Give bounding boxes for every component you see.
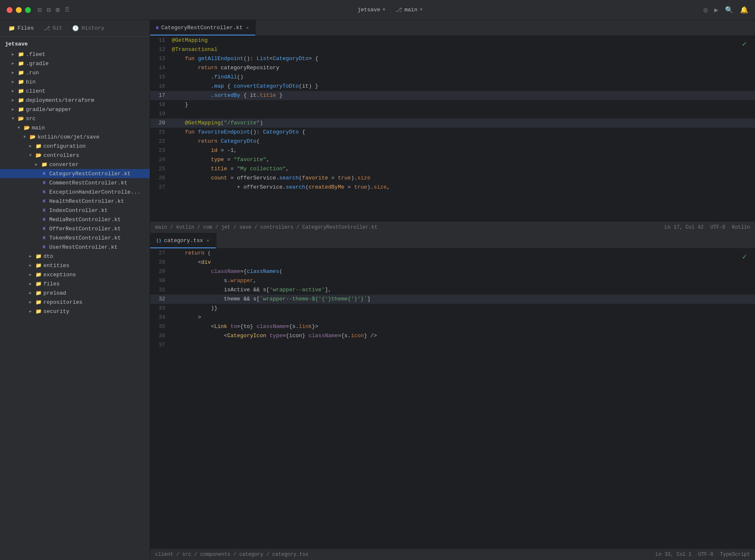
- tree-item-preload[interactable]: ▶ 📁 preload: [0, 288, 150, 298]
- line-number: 18: [150, 100, 170, 109]
- grid-icon[interactable]: ⠿: [65, 6, 70, 14]
- tree-item-label: preload: [43, 290, 66, 296]
- code-view-tsx[interactable]: ✓ 27 return ( 28 <div 29 className={clas: [150, 249, 755, 548]
- maximize-button[interactable]: [25, 7, 31, 13]
- editor-pane-top: K CategoryRestController.kt ✕ ✓ 11 @GetM…: [150, 20, 755, 233]
- code-line: 18 }: [150, 100, 755, 109]
- line-number: 21: [150, 128, 170, 137]
- tree-item-category-rest-controller[interactable]: ▶ K CategoryRestController.kt: [0, 169, 150, 178]
- layout-bottom-icon[interactable]: ⊟: [47, 6, 51, 14]
- tree-item-label: ExceptionHandlerControlle...: [49, 189, 140, 195]
- tree-item-label: .fleet: [26, 51, 45, 58]
- folder-icon: 📂: [35, 152, 42, 159]
- history-tab-label: History: [81, 25, 104, 31]
- code-line: 35 <Link to={to} className={s.link}>: [150, 322, 755, 331]
- kotlin-file-icon: K: [41, 179, 48, 186]
- code-view-kotlin[interactable]: ✓ 11 @GetMapping 12 @Transactional 13 fu…: [150, 36, 755, 221]
- code-line: 34 >: [150, 313, 755, 322]
- tree-item-fleet[interactable]: ▶ 📁 .fleet: [0, 50, 150, 59]
- code-line-highlighted: 20 @GetMapping("/favorite"): [150, 119, 755, 128]
- tree-item-client[interactable]: ▶ 📁 client: [0, 86, 150, 96]
- folder-icon: 📁: [35, 280, 42, 287]
- line-content: <div: [170, 258, 755, 267]
- line-number: 36: [150, 331, 170, 341]
- tree-item-converter[interactable]: ▶ 📁 converter: [0, 160, 150, 169]
- kotlin-file-icon: K: [41, 225, 48, 232]
- tree-item-dto[interactable]: ▶ 📁 dto: [0, 252, 150, 261]
- tree-item-src[interactable]: ▼ 📂 src: [0, 114, 150, 123]
- tree-item-security[interactable]: ▶ 📁 security: [0, 307, 150, 316]
- tree-item-deployments[interactable]: ▶ 📁 deployments/terraform: [0, 96, 150, 105]
- sidebar-tab-git[interactable]: ⎇ Git: [39, 23, 67, 33]
- layout-split-icon[interactable]: ⊞: [55, 6, 60, 14]
- tree-item-run[interactable]: ▶ 📁 .run: [0, 68, 150, 77]
- chevron-right-icon: ▶: [10, 70, 16, 76]
- broadcast-icon[interactable]: ◎: [704, 6, 708, 14]
- folder-icon: 📁: [18, 88, 24, 94]
- code-line: 23 id = -1,: [150, 146, 755, 155]
- tree-item-user-rest-controller[interactable]: ▶ K UserRestController.kt: [0, 242, 150, 252]
- tab-close-button[interactable]: ✕: [245, 24, 250, 31]
- editor-tabs-top: K CategoryRestController.kt ✕: [150, 20, 755, 36]
- line-number: 17: [150, 91, 170, 100]
- tree-item-entities[interactable]: ▶ 📁 entities: [0, 261, 150, 270]
- tree-item-files[interactable]: ▶ 📁 files: [0, 279, 150, 288]
- minimize-button[interactable]: [16, 7, 22, 13]
- tree-item-gradle-wrapper[interactable]: ▶ 📁 gradle/wrapper: [0, 105, 150, 114]
- code-line: 11 @GetMapping: [150, 36, 755, 45]
- line-content: fun favoriteEndpoint(): CategoryDto {: [170, 128, 755, 137]
- editor-tabs-bottom: ⟨⟩ category.tsx ✕: [150, 233, 755, 249]
- chevron-right-icon: ▶: [28, 143, 33, 149]
- tree-item-comment-rest-controller[interactable]: ▶ K CommentRestController.kt: [0, 178, 150, 187]
- sidebar-tab-files[interactable]: 📁 Files: [3, 23, 39, 33]
- tab-label: CategoryRestController.kt: [161, 25, 243, 31]
- code-line: 14 return categoryRepository: [150, 63, 755, 73]
- line-number: 15: [150, 73, 170, 82]
- tree-item-bin[interactable]: ▶ 📁 bin: [0, 77, 150, 86]
- kotlin-file-icon: K: [41, 235, 48, 241]
- tree-item-label: converter: [49, 161, 78, 168]
- tree-item-configuration[interactable]: ▶ 📁 configuration: [0, 141, 150, 151]
- tree-item-label: deployments/terraform: [26, 97, 94, 103]
- tree-item-repositories[interactable]: ▶ 📁 repositories: [0, 298, 150, 307]
- editor-pane-bottom: ⟨⟩ category.tsx ✕ ✓ 27 return ( 28 <div: [150, 233, 755, 560]
- kotlin-file-icon: K: [41, 244, 48, 250]
- code-table-tsx: 27 return ( 28 <div 29 className={classN…: [150, 249, 755, 350]
- project-selector[interactable]: jetsave ▼: [357, 7, 385, 13]
- tree-item-label: TokenRestController.kt: [49, 235, 121, 241]
- tree-item-gradle[interactable]: ▶ 📁 .gradle: [0, 59, 150, 68]
- tree-item-label: .gradle: [26, 61, 49, 67]
- code-line: 31 isActive && s['wrapper--active'],: [150, 285, 755, 295]
- tree-item-label: bin: [26, 79, 35, 85]
- line-number: 27: [150, 183, 170, 192]
- tree-item-exception-handler[interactable]: ▶ K ExceptionHandlerControlle...: [0, 187, 150, 197]
- folder-icon: 📁: [18, 97, 24, 103]
- tab-close-button[interactable]: ✕: [206, 237, 210, 244]
- tree-item-main[interactable]: ▼ 📂 main: [0, 123, 150, 132]
- code-line: 19: [150, 109, 755, 119]
- line-content: .map { convertCategoryToDto(it) }: [170, 82, 755, 91]
- tree-item-exceptions[interactable]: ▶ 📁 exceptions: [0, 270, 150, 279]
- sidebar-toggle-icon[interactable]: ⊡: [38, 6, 42, 14]
- status-language: Kotlin: [732, 225, 750, 230]
- tree-item-index-controller[interactable]: ▶ K IndexController.kt: [0, 206, 150, 215]
- tree-item-offer-rest-controller[interactable]: ▶ K OfferRestController.kt: [0, 224, 150, 233]
- search-icon[interactable]: 🔍: [725, 6, 733, 14]
- tab-category-tsx[interactable]: ⟨⟩ category.tsx ✕: [150, 233, 216, 248]
- chevron-down-icon: ▼: [10, 116, 16, 121]
- tree-item-kotlin-path[interactable]: ▼ 📂 kotlin/com/jet/save: [0, 132, 150, 141]
- branch-selector[interactable]: ⎇ main ▼: [395, 6, 423, 13]
- code-line: 26 count = offerService.search(favorite …: [150, 174, 755, 183]
- sidebar-tab-history[interactable]: 🕐 History: [67, 23, 109, 33]
- code-line: 28 <div: [150, 258, 755, 267]
- tab-category-rest-controller[interactable]: K CategoryRestController.kt ✕: [150, 20, 256, 35]
- branch-chevron-icon: ▼: [420, 8, 423, 12]
- bell-icon[interactable]: 🔔: [740, 6, 748, 14]
- tree-item-health-rest-controller[interactable]: ▶ K HealthRestController.kt: [0, 197, 150, 206]
- checkmark-icon: ✓: [742, 39, 747, 48]
- play-icon[interactable]: ▶: [714, 6, 718, 14]
- tree-item-controllers[interactable]: ▼ 📂 controllers: [0, 151, 150, 160]
- tree-item-token-rest-controller[interactable]: ▶ K TokenRestController.kt: [0, 233, 150, 242]
- tree-item-media-rest-controller[interactable]: ▶ K MediaRestController.kt: [0, 215, 150, 224]
- close-button[interactable]: [7, 7, 13, 13]
